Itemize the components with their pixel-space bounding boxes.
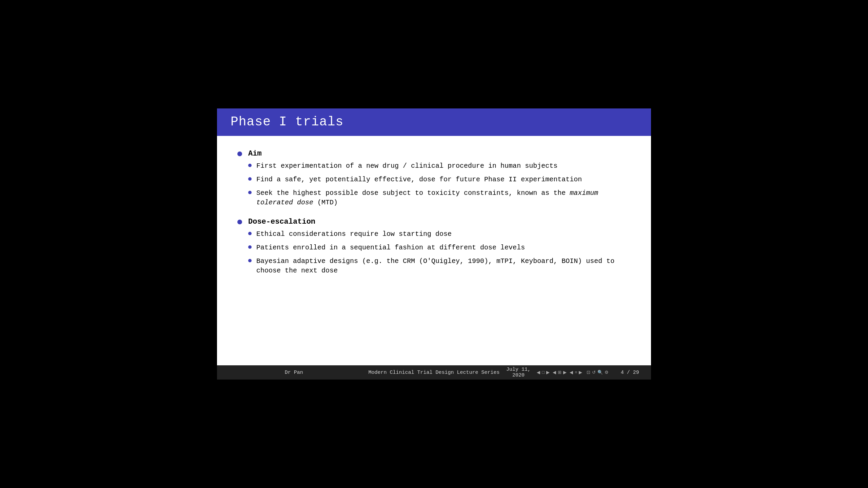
nav-settings-icon[interactable]: ⚙	[605, 370, 609, 375]
nav-list-icon[interactable]: ≡	[575, 370, 577, 375]
nav-prev-icon[interactable]: ◀	[537, 370, 540, 375]
dose-label: Dose-escalation	[248, 218, 315, 226]
aim-sub-1: First experimentation of a new drug / cl…	[256, 161, 557, 171]
slide-header: Phase I trials	[217, 108, 651, 136]
list-item: Patients enrolled in a sequential fashio…	[248, 243, 631, 252]
bullet-dot-small-icon	[248, 245, 252, 249]
slide-footer: Dr Pan Modern Clinical Trial Design Lect…	[217, 365, 651, 380]
main-bullet-list: Aim First experimentation of a new drug …	[237, 149, 631, 280]
nav-right-icon[interactable]: ▶	[563, 370, 567, 375]
list-item: Find a safe, yet potentially effective, …	[248, 175, 631, 184]
footer-nav: ◀ □ ▶ ◀ ⊞ ▶ ◀ ≡ ▶ ⊡ ↺ 🔍 ⚙	[537, 370, 609, 375]
nav-next-icon[interactable]: ▶	[546, 370, 550, 375]
dose-sub-1: Ethical considerations require low start…	[256, 229, 452, 239]
nav-list-right-icon[interactable]: ▶	[579, 370, 582, 375]
aim-sub-2: Find a safe, yet potentially effective, …	[256, 175, 582, 184]
nav-undo-icon[interactable]: ↺	[592, 370, 596, 375]
footer-date: July 11, 2020	[504, 367, 533, 378]
nav-square-icon[interactable]: □	[542, 370, 545, 375]
footer-author: Dr Pan	[224, 370, 364, 375]
footer-left-section: Dr Pan	[224, 370, 364, 375]
slide-title: Phase I trials	[231, 115, 343, 129]
list-item: First experimentation of a new drug / cl…	[248, 161, 631, 171]
footer-page: 4 / 29	[615, 370, 644, 375]
bullet-dot-small-icon	[248, 177, 252, 181]
nav-list-left-icon[interactable]: ◀	[570, 370, 573, 375]
bullet-dot-small-icon	[248, 259, 252, 262]
footer-right-section: July 11, 2020 ◀ □ ▶ ◀ ⊞ ▶ ◀ ≡ ▶ ⊡ ↺ 🔍 ⚙ …	[504, 367, 644, 378]
list-item: Dose-escalation Ethical considerations r…	[237, 218, 631, 280]
aim-sub-list: First experimentation of a new drug / cl…	[248, 161, 631, 207]
list-item: Seek the highest possible dose subject t…	[248, 188, 631, 207]
aim-sub-3: Seek the highest possible dose subject t…	[256, 188, 631, 207]
list-item: Bayesian adaptive designs (e.g. the CRM …	[248, 257, 631, 276]
slide: Phase I trials Aim First experimentation…	[217, 108, 651, 380]
list-item: Aim First experimentation of a new drug …	[237, 149, 631, 211]
bullet-dot-icon	[237, 151, 242, 156]
nav-frame-icon[interactable]: ⊞	[558, 370, 561, 375]
dose-sub-2: Patients enrolled in a sequential fashio…	[256, 243, 525, 252]
dose-sub-3: Bayesian adaptive designs (e.g. the CRM …	[256, 257, 631, 276]
dose-sub-list: Ethical considerations require low start…	[248, 229, 631, 276]
footer-title: Modern Clinical Trial Design Lecture Ser…	[364, 370, 504, 375]
bullet-dot-small-icon	[248, 191, 252, 194]
list-item: Ethical considerations require low start…	[248, 229, 631, 239]
bullet-dot-small-icon	[248, 232, 252, 235]
slide-content: Aim First experimentation of a new drug …	[217, 136, 651, 365]
bullet-dot-small-icon	[248, 164, 252, 167]
bullet-dot-icon	[237, 220, 242, 224]
nav-search-icon[interactable]: 🔍	[597, 370, 603, 375]
footer-center-section: Modern Clinical Trial Design Lecture Ser…	[364, 370, 504, 375]
nav-fit-icon[interactable]: ⊡	[587, 370, 590, 375]
aim-label: Aim	[248, 149, 262, 158]
nav-left-icon[interactable]: ◀	[553, 370, 556, 375]
